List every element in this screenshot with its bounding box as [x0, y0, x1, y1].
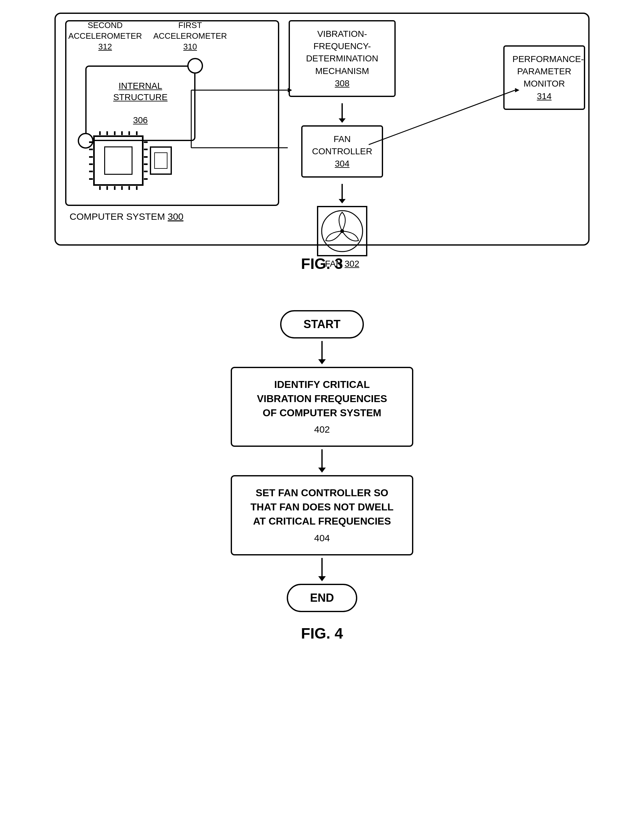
computer-system-label: COMPUTER SYSTEM 300 — [70, 211, 184, 222]
arrow-1 — [321, 341, 323, 360]
performance-monitor-box: PERFORMANCE-PARAMETERMONITOR 314 — [503, 45, 585, 110]
fig4-section: START IDENTIFY CRITICALVIBRATION FREQUEN… — [54, 310, 590, 642]
chip-area — [85, 129, 180, 192]
fan-controller-box: FANCONTROLLER 304 — [301, 125, 383, 177]
arrow-3 — [321, 558, 323, 577]
internal-structure-text: INTERNAL STRUCTURE — [113, 80, 168, 103]
step1-num: 402 — [248, 423, 396, 436]
fan-drawing — [317, 206, 367, 256]
first-accelerometer-circle — [187, 58, 203, 74]
fan-section: FAN 302 — [317, 206, 367, 269]
vfd-num: 308 — [335, 78, 350, 88]
step2-num: 404 — [248, 532, 396, 545]
right-column: VIBRATION-FREQUENCY-DETERMINATIONMECHANI… — [289, 20, 396, 269]
step1-box: IDENTIFY CRITICALVIBRATION FREQUENCIESOF… — [231, 367, 413, 447]
fig4-title: FIG. 4 — [301, 625, 343, 642]
start-box: START — [280, 310, 364, 339]
end-box: END — [287, 584, 357, 612]
step2-text: SET FAN CONTROLLER SOTHAT FAN DOES NOT D… — [250, 487, 394, 527]
step2-box: SET FAN CONTROLLER SOTHAT FAN DOES NOT D… — [231, 475, 413, 555]
fig3-section: INTERNAL STRUCTURE 306 — [54, 13, 590, 272]
first-accelerometer-label: FIRSTACCELEROMETER310 — [153, 20, 227, 52]
svg-point-1 — [340, 229, 344, 233]
fan-label: FAN 302 — [325, 259, 359, 269]
second-accelerometer-label: SECONDACCELEROMETER312 — [68, 20, 142, 52]
fan-svg — [320, 209, 364, 253]
small-chip — [150, 146, 172, 175]
vfd-box: VIBRATION-FREQUENCY-DETERMINATIONMECHANI… — [289, 20, 396, 97]
fig3-diagram: INTERNAL STRUCTURE 306 — [54, 13, 590, 246]
cpu-chip — [93, 135, 144, 186]
fan-controller-label: FANCONTROLLER — [312, 134, 372, 156]
vfd-label: VIBRATION-FREQUENCY-DETERMINATIONMECHANI… — [306, 29, 378, 76]
internal-structure-num: 306 — [133, 115, 148, 125]
step1-text: IDENTIFY CRITICALVIBRATION FREQUENCIESOF… — [257, 379, 387, 418]
internal-structure-label: INTERNAL STRUCTURE 306 — [113, 80, 168, 126]
perf-monitor-label: PERFORMANCE-PARAMETERMONITOR — [513, 54, 584, 89]
cpu-inner — [104, 146, 133, 175]
fan-controller-num: 304 — [335, 159, 350, 168]
perf-monitor-num: 314 — [537, 91, 552, 101]
arrow-2 — [321, 449, 323, 468]
flowchart: START IDENTIFY CRITICALVIBRATION FREQUEN… — [231, 310, 413, 612]
